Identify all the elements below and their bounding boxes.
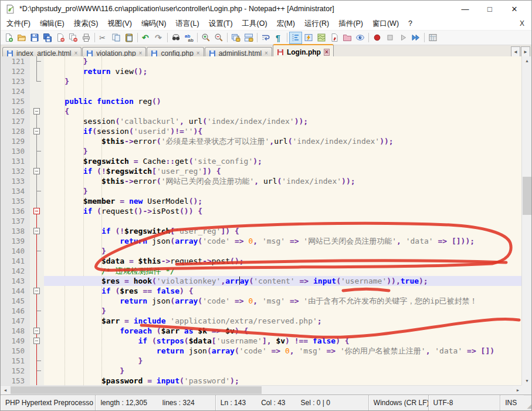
menu-item-1[interactable]: 编辑(E) — [35, 18, 69, 30]
code-text[interactable]: foreach ($arr as $k => $v) { — [44, 326, 523, 336]
fold-margin[interactable] — [30, 226, 44, 236]
code-editor[interactable]: 121 }122 return view();123 }124125 publi… — [1, 56, 523, 385]
close-button[interactable]: ✕ — [502, 5, 527, 14]
tab-scroll-left-icon[interactable]: ◄ — [511, 46, 520, 57]
code-text[interactable]: } — [44, 146, 523, 156]
fold-margin[interactable] — [30, 166, 44, 176]
fold-margin[interactable] — [30, 106, 44, 116]
cut-button[interactable]: ✂ — [97, 32, 110, 44]
code-text[interactable]: } — [44, 306, 523, 316]
code-text[interactable]: return json(array('code' => 0, 'msg' => … — [44, 346, 523, 356]
indent-guide-button[interactable] — [289, 32, 302, 44]
code-text[interactable]: } — [44, 366, 523, 376]
find-button[interactable] — [170, 32, 182, 44]
code-text[interactable]: $this->error('网站已关闭会员注册功能', url('index/i… — [44, 176, 523, 186]
fold-margin[interactable] — [30, 286, 44, 296]
code-text[interactable]: if (strpos($data['username'], $v) !== fa… — [44, 336, 523, 346]
save-button[interactable] — [28, 32, 41, 44]
macro-record-button[interactable] — [371, 32, 384, 44]
code-text[interactable]: /* 违规检测插件 */ — [44, 266, 523, 276]
minimize-button[interactable]: — — [453, 5, 477, 14]
zoom-out-button[interactable] — [212, 32, 225, 44]
menu-item-11[interactable]: 窗口(W) — [368, 18, 404, 30]
menu-item-2[interactable]: 搜索(S) — [69, 18, 103, 30]
document-switcher-button[interactable] — [328, 32, 341, 44]
code-text[interactable]: { — [44, 106, 523, 116]
print-button[interactable] — [80, 32, 93, 44]
code-text[interactable] — [44, 216, 523, 226]
scroll-left-icon[interactable]: ◄ — [1, 386, 10, 395]
menu-item-12[interactable]: ? — [404, 18, 417, 29]
menu-item-7[interactable]: 工具(O) — [238, 18, 272, 30]
code-text[interactable]: return json(array('code' => 0, 'msg' => … — [44, 296, 523, 306]
code-text[interactable] — [44, 86, 523, 96]
document-close-x[interactable]: X — [520, 19, 531, 28]
zoom-in-button[interactable] — [199, 32, 212, 44]
menu-item-10[interactable]: 插件(P) — [334, 18, 368, 30]
open-file-button[interactable] — [15, 32, 28, 44]
code-text[interactable]: if ($res == false) { — [44, 286, 523, 296]
project-panel-button[interactable] — [341, 32, 354, 44]
code-text[interactable]: $this->error('必须是未登录状态才可以注册',url('index/… — [44, 136, 523, 146]
maximize-button[interactable]: □ — [477, 5, 502, 14]
function-list-button[interactable] — [302, 32, 315, 44]
code-text[interactable]: return json(array('code' => 0, 'msg' => … — [44, 236, 523, 246]
close-button[interactable] — [54, 32, 67, 44]
menu-item-4[interactable]: 编码(N) — [137, 18, 171, 30]
menu-item-6[interactable]: 设置(T) — [204, 18, 238, 30]
horizontal-scrollbar[interactable]: ◄ ► — [1, 385, 523, 395]
code-text[interactable]: $res = hook('violationkey',array('conten… — [44, 276, 523, 286]
code-text[interactable]: if (!$regswitch['user_reg']) { — [44, 166, 523, 176]
menu-item-9[interactable]: 运行(R) — [300, 18, 334, 30]
macro-save-button[interactable] — [426, 32, 439, 44]
file-monitoring-button[interactable] — [354, 32, 367, 44]
code-text[interactable]: } — [44, 186, 523, 196]
vertical-scrollbar[interactable]: ▲ ▼ — [521, 56, 531, 385]
code-text[interactable]: return view(); — [44, 66, 523, 76]
undo-button[interactable]: ↶ — [140, 32, 153, 44]
scroll-down-icon[interactable]: ▼ — [522, 376, 532, 385]
macro-stop-button[interactable] — [384, 32, 397, 44]
save-all-button[interactable] — [41, 32, 54, 44]
paste-button[interactable] — [123, 32, 135, 44]
show-all-characters-button[interactable]: ¶ — [272, 32, 285, 44]
menu-item-0[interactable]: 文件(F) — [2, 18, 35, 30]
code-text[interactable]: if (!$regswitch['user_reg']) { — [44, 226, 523, 236]
copy-button[interactable] — [110, 32, 123, 44]
code-text[interactable]: if(session('userid')!=''){ — [44, 126, 523, 136]
vertical-scroll-thumb[interactable] — [523, 177, 531, 215]
document-map-button[interactable] — [315, 32, 328, 44]
code-text[interactable]: $member = new UserModel(); — [44, 196, 523, 206]
new-file-button[interactable] — [2, 32, 15, 44]
redo-button[interactable]: ↷ — [153, 32, 165, 44]
fold-margin[interactable] — [30, 336, 44, 346]
tab-close-icon[interactable]: × — [196, 50, 200, 56]
fold-margin[interactable] — [30, 326, 44, 336]
tab-scroll-right-icon[interactable]: ► — [521, 46, 530, 57]
menu-item-5[interactable]: 语言(L) — [171, 18, 204, 30]
word-wrap-button[interactable] — [259, 32, 272, 44]
tab-close-icon[interactable]: × — [139, 50, 143, 56]
code-text[interactable]: $password = input('password'); — [44, 376, 523, 385]
horizontal-scroll-thumb[interactable] — [11, 386, 262, 394]
menu-item-3[interactable]: 视图(V) — [103, 18, 137, 30]
code-text[interactable]: } — [44, 246, 523, 256]
resize-grip-icon[interactable]: ◢ — [524, 395, 532, 410]
code-text[interactable]: $data = $this->request->post(); — [44, 256, 523, 266]
macro-run-multiple-button[interactable] — [409, 32, 422, 44]
code-text[interactable]: $arr = include 'application/extra/reserv… — [44, 316, 523, 326]
close-all-button[interactable] — [67, 32, 80, 44]
fold-margin[interactable] — [30, 206, 44, 216]
replace-button[interactable]: abab — [182, 32, 195, 44]
code-text[interactable]: } — [44, 356, 523, 366]
code-text[interactable]: $regswitch = Cache::get('site_config'); — [44, 156, 523, 166]
macro-play-button[interactable] — [397, 32, 409, 44]
tab-close-icon[interactable]: × — [324, 49, 330, 56]
sync-horizontal-button[interactable] — [242, 32, 255, 44]
fold-margin[interactable] — [30, 126, 44, 136]
tab-close-icon[interactable]: × — [265, 50, 268, 56]
code-text[interactable]: if (request()->isPost()) { — [44, 206, 523, 216]
code-text[interactable]: } — [44, 56, 523, 66]
code-text[interactable]: session('callbackurl', url('index/index/… — [44, 116, 523, 126]
tab-close-icon[interactable]: × — [74, 50, 77, 56]
